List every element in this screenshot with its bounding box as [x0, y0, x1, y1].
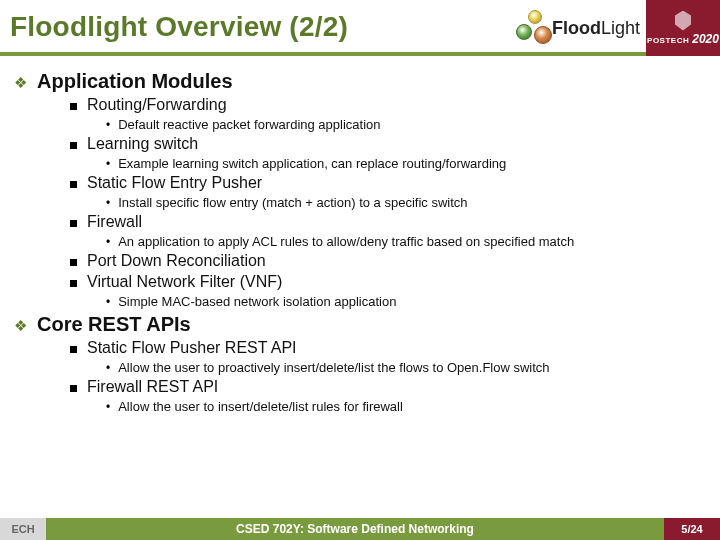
- item-title: Firewall REST API: [87, 378, 218, 396]
- item-title: Learning switch: [87, 135, 198, 153]
- subitem-text: Simple MAC-based network isolation appli…: [118, 294, 396, 309]
- item-virtual-network-filter: Virtual Network Filter (VNF): [70, 273, 712, 291]
- item-firewall-rest-api: Firewall REST API: [70, 378, 712, 396]
- item-title: Static Flow Pusher REST API: [87, 339, 297, 357]
- square-bullet-icon: [70, 220, 77, 227]
- subitem: •Example learning switch application, ca…: [106, 155, 712, 171]
- postech-badge: POSTECH 2020: [646, 0, 720, 56]
- floodlight-logo-text: FloodLight: [552, 18, 640, 39]
- footer: ECH CSED 702Y: Software Defined Networki…: [0, 518, 720, 540]
- item-title: Port Down Reconciliation: [87, 252, 266, 270]
- dot-bullet-icon: •: [106, 236, 110, 248]
- section-application-modules: ❖Application Modules: [8, 70, 712, 93]
- subitem-text: Example learning switch application, can…: [118, 156, 506, 171]
- dot-bullet-icon: •: [106, 119, 110, 131]
- subitem: •Default reactive packet forwarding appl…: [106, 116, 712, 132]
- square-bullet-icon: [70, 346, 77, 353]
- subitem: •Simple MAC-based network isolation appl…: [106, 293, 712, 309]
- item-static-flow-pusher-rest-api: Static Flow Pusher REST API: [70, 339, 712, 357]
- logo-area: FloodLight POSTECH 2020: [512, 0, 720, 56]
- subitem-text: Allow the user to proactively insert/del…: [118, 360, 549, 375]
- square-bullet-icon: [70, 280, 77, 287]
- subitem: •Allow the user to insert/delete/list ru…: [106, 398, 712, 414]
- title-bar: Floodlight Overview (2/2) FloodLight POS…: [0, 0, 720, 56]
- postech-label: POSTECH: [647, 36, 689, 45]
- item-learning-switch: Learning switch: [70, 135, 712, 153]
- postech-emblem-icon: [675, 11, 691, 31]
- subitem: •Allow the user to proactively insert/de…: [106, 359, 712, 375]
- dot-bullet-icon: •: [106, 401, 110, 413]
- section-title: Core REST APIs: [37, 313, 191, 336]
- subitem-text: Install specific flow entry (match + act…: [118, 195, 467, 210]
- square-bullet-icon: [70, 259, 77, 266]
- footer-left-label: ECH: [0, 518, 46, 540]
- square-bullet-icon: [70, 103, 77, 110]
- subitem: •Install specific flow entry (match + ac…: [106, 194, 712, 210]
- square-bullet-icon: [70, 142, 77, 149]
- item-static-flow-entry-pusher: Static Flow Entry Pusher: [70, 174, 712, 192]
- content: ❖Application Modules Routing/Forwarding …: [0, 56, 720, 414]
- section-core-rest-apis: ❖Core REST APIs: [8, 313, 712, 336]
- diamond-bullet-icon: ❖: [14, 74, 27, 92]
- dot-bullet-icon: •: [106, 296, 110, 308]
- subitem: •An application to apply ACL rules to al…: [106, 233, 712, 249]
- subitem-text: Default reactive packet forwarding appli…: [118, 117, 380, 132]
- dot-bullet-icon: •: [106, 197, 110, 209]
- postech-year: 2020: [692, 32, 719, 46]
- item-title: Routing/Forwarding: [87, 96, 227, 114]
- section-title: Application Modules: [37, 70, 233, 93]
- square-bullet-icon: [70, 385, 77, 392]
- square-bullet-icon: [70, 181, 77, 188]
- item-routing-forwarding: Routing/Forwarding: [70, 96, 712, 114]
- floodlight-bulbs-icon: [512, 8, 554, 48]
- item-title: Static Flow Entry Pusher: [87, 174, 262, 192]
- item-title: Firewall: [87, 213, 142, 231]
- item-port-down-reconciliation: Port Down Reconciliation: [70, 252, 712, 270]
- subitem-text: Allow the user to insert/delete/list rul…: [118, 399, 403, 414]
- item-title: Virtual Network Filter (VNF): [87, 273, 282, 291]
- footer-course-title: CSED 702Y: Software Defined Networking: [46, 518, 664, 540]
- item-firewall: Firewall: [70, 213, 712, 231]
- footer-page-number: 5/24: [664, 518, 720, 540]
- floodlight-logo: FloodLight: [512, 8, 640, 48]
- dot-bullet-icon: •: [106, 158, 110, 170]
- subitem-text: An application to apply ACL rules to all…: [118, 234, 574, 249]
- dot-bullet-icon: •: [106, 362, 110, 374]
- slide: Floodlight Overview (2/2) FloodLight POS…: [0, 0, 720, 540]
- diamond-bullet-icon: ❖: [14, 317, 27, 335]
